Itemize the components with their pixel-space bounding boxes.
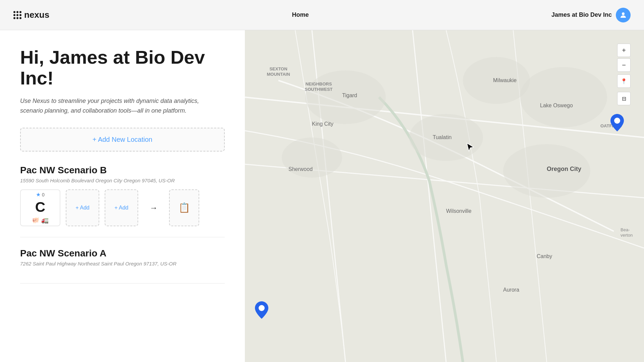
star-count: 0 bbox=[42, 192, 45, 197]
doc-tile[interactable]: 📋 bbox=[169, 189, 199, 226]
svg-text:Sherwood: Sherwood bbox=[288, 166, 313, 172]
svg-text:Lake Oswego: Lake Oswego bbox=[540, 103, 573, 108]
svg-point-9 bbox=[520, 67, 607, 127]
add-tile-2[interactable]: + Add bbox=[105, 189, 138, 226]
svg-text:MOUNTAIN: MOUNTAIN bbox=[267, 72, 290, 77]
svg-text:King City: King City bbox=[312, 121, 333, 127]
tile-icons: 🐖 🚛 bbox=[32, 217, 49, 224]
grade-tile[interactable]: ★ 0 C 🐖 🚛 bbox=[20, 189, 60, 226]
svg-text:SOUTHWEST: SOUTHWEST bbox=[305, 87, 332, 92]
svg-text:Tigard: Tigard bbox=[342, 93, 357, 98]
user-name-label: James at Bio Dev Inc bbox=[551, 11, 612, 18]
svg-point-0 bbox=[622, 12, 625, 15]
add-location-button[interactable]: + Add New Location bbox=[20, 128, 225, 152]
svg-point-31 bbox=[259, 305, 265, 311]
logo-dots-icon bbox=[13, 11, 21, 19]
add-tile-1-label: + Add bbox=[75, 205, 89, 211]
main-nav: Home bbox=[292, 11, 309, 18]
map-pin-1[interactable] bbox=[610, 114, 624, 134]
scenario-card-a: Pac NW Scenario A 7262 Saint Paul Highwa… bbox=[20, 248, 225, 284]
map-background: SEXTON MOUNTAIN NEIGHBORS SOUTHWEST Tiga… bbox=[245, 30, 644, 362]
logo[interactable]: nexus bbox=[13, 10, 49, 20]
arrow-button[interactable]: → bbox=[144, 189, 164, 226]
svg-point-30 bbox=[614, 118, 620, 124]
zoom-in-button[interactable]: + bbox=[617, 44, 631, 57]
main-content: Hi, James at Bio Dev Inc! Use Nexus to s… bbox=[0, 30, 644, 362]
svg-text:Bea-: Bea- bbox=[621, 227, 630, 232]
svg-text:verton: verton bbox=[621, 233, 633, 238]
svg-text:Milwaukie: Milwaukie bbox=[493, 77, 517, 83]
map-controls: + − 📍 ⊟ bbox=[617, 44, 631, 105]
layers-button[interactable]: ⊟ bbox=[617, 92, 631, 105]
svg-text:Canby: Canby bbox=[537, 253, 552, 259]
svg-text:Wilsonville: Wilsonville bbox=[446, 208, 472, 214]
logo-text: nexus bbox=[24, 10, 49, 20]
pig-icon: 🐖 bbox=[32, 217, 39, 224]
scenario-b-tiles: ★ 0 C 🐖 🚛 + Add + Add bbox=[20, 189, 225, 226]
zoom-out-button[interactable]: − bbox=[617, 58, 631, 72]
user-info[interactable]: James at Bio Dev Inc bbox=[551, 8, 631, 22]
scenario-card-b: Pac NW Scenario B 15590 South Holcomb Bo… bbox=[20, 165, 225, 237]
truck-icon: 🚛 bbox=[41, 217, 49, 224]
header: nexus Home James at Bio Dev Inc bbox=[0, 0, 644, 30]
nav-home-link[interactable]: Home bbox=[292, 11, 309, 18]
location-button[interactable]: 📍 bbox=[617, 74, 631, 88]
svg-text:SEXTON: SEXTON bbox=[269, 66, 287, 71]
grade-letter: C bbox=[35, 199, 45, 215]
scenario-a-address: 7262 Saint Paul Highway Northeast Saint … bbox=[20, 261, 225, 266]
map-panel: SEXTON MOUNTAIN NEIGHBORS SOUTHWEST Tiga… bbox=[245, 30, 644, 362]
left-panel: Hi, James at Bio Dev Inc! Use Nexus to s… bbox=[0, 30, 245, 362]
star-icon: ★ bbox=[36, 191, 41, 198]
scenario-b-name: Pac NW Scenario B bbox=[20, 165, 225, 176]
location-icon: 📍 bbox=[621, 78, 627, 84]
add-tile-1[interactable]: + Add bbox=[66, 189, 99, 226]
layers-icon: ⊟ bbox=[622, 96, 626, 102]
subtitle-text: Use Nexus to streamline your projects wi… bbox=[20, 96, 215, 116]
avatar bbox=[616, 8, 631, 22]
svg-text:Oregon City: Oregon City bbox=[547, 166, 581, 172]
greeting-heading: Hi, James at Bio Dev Inc! bbox=[20, 47, 225, 88]
svg-text:Aurora: Aurora bbox=[503, 287, 519, 293]
svg-text:Tualatin: Tualatin bbox=[433, 134, 451, 140]
svg-text:NEIGHBORS: NEIGHBORS bbox=[306, 81, 332, 86]
scenario-b-address: 15590 South Holcomb Boulevard Oregon Cit… bbox=[20, 178, 225, 183]
arrow-icon: → bbox=[150, 203, 158, 213]
doc-icon: 📋 bbox=[178, 202, 190, 213]
add-tile-2-label: + Add bbox=[114, 205, 128, 211]
map-pin-2[interactable] bbox=[255, 301, 268, 322]
scenario-a-name: Pac NW Scenario A bbox=[20, 248, 225, 259]
